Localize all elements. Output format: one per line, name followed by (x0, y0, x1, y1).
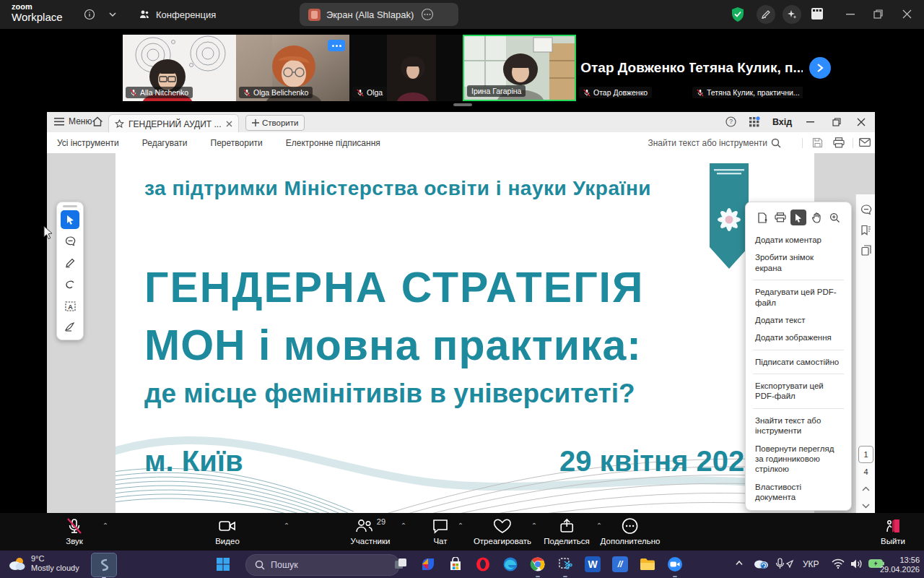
select-tool-icon[interactable] (790, 210, 806, 225)
document-tab[interactable]: ГЕНДЕРНИЙ АУДИТ ... (108, 114, 239, 133)
save-icon[interactable] (812, 137, 823, 148)
tab-options-icon[interactable] (421, 8, 434, 21)
blue-slash-app-icon[interactable]: // (609, 553, 631, 575)
opera-app-icon[interactable] (472, 553, 494, 575)
menu-esign[interactable]: Електронне підписання (286, 138, 380, 148)
ai-companion-icon[interactable] (783, 5, 801, 24)
chat-control[interactable]: Чат (432, 517, 449, 545)
print-icon[interactable] (772, 210, 788, 225)
zoom-in-icon[interactable] (827, 210, 842, 225)
task-view-button[interactable] (390, 553, 411, 575)
edge-app-icon[interactable] (500, 553, 521, 575)
acrobat-menu-button[interactable]: Меню (54, 116, 92, 126)
home-icon[interactable] (92, 116, 103, 127)
chrome-app-icon[interactable] (527, 553, 549, 575)
close-tab-icon[interactable] (226, 121, 232, 127)
microsoft-store-icon[interactable] (445, 553, 466, 575)
video-options-chevron[interactable]: ⌃ (284, 522, 289, 530)
comments-panel-icon[interactable] (856, 204, 875, 215)
chevron-down-icon[interactable] (108, 12, 117, 17)
context-menu-item[interactable]: Додати коментар (746, 231, 851, 249)
volume-tray-icon[interactable] (850, 558, 863, 569)
active-app-button[interactable] (91, 553, 117, 577)
video-tile-olga-belichenko[interactable]: Olga Belichenko (236, 35, 349, 101)
apps-grid-icon[interactable] (749, 116, 760, 128)
video-tile-alla-nitchenko[interactable]: Alla Nitchenko (123, 35, 236, 101)
audio-control[interactable]: Звук (66, 517, 83, 545)
security-shield-icon[interactable] (731, 7, 745, 22)
previous-page-icon[interactable] (856, 486, 875, 491)
taskbar-search[interactable]: Пошук (245, 554, 400, 576)
fill-sign-tool-button[interactable] (61, 317, 79, 336)
export-page-icon[interactable] (754, 210, 770, 225)
weather-widget[interactable]: 9°C Mostly cloudy (7, 554, 79, 573)
find-tools-search[interactable]: Знайти текст або інструменти (648, 132, 781, 153)
apps-icon[interactable] (810, 7, 824, 21)
context-menu-item[interactable]: Додати зображення (746, 329, 851, 346)
menu-convert[interactable]: Перетворити (211, 138, 263, 148)
context-menu-item[interactable]: Редагувати цей PDF-файл (746, 283, 851, 311)
video-tile-iryna-gagarina[interactable]: Ірина Гагаріна (463, 35, 576, 101)
text-box-tool-button[interactable]: A (61, 297, 79, 316)
bookmarks-panel-icon[interactable] (856, 225, 875, 236)
audio-options-chevron[interactable]: ⌃ (103, 522, 108, 530)
menu-edit[interactable]: Редагувати (142, 138, 188, 148)
restore-window-icon[interactable] (873, 9, 883, 19)
more-control[interactable]: Дополнительно (601, 517, 661, 545)
menu-all-tools[interactable]: Усі інструменти (57, 138, 119, 148)
context-menu-item[interactable]: Додати текст (746, 311, 851, 329)
close-window-icon[interactable] (902, 9, 912, 19)
acrobat-restore-icon[interactable] (832, 118, 841, 126)
sign-in-button[interactable]: Вхід (772, 117, 792, 127)
wifi-tray-icon[interactable] (832, 558, 845, 569)
zoom-app-icon[interactable] (664, 553, 686, 575)
mic-location-tray-icons[interactable] (775, 558, 794, 571)
video-tile-tetyana-kulyk[interactable]: Тетяна Кулик, п... Тетяна Кулик, практич… (689, 35, 803, 101)
context-menu-item[interactable]: Знайти текст або інструменти (746, 412, 851, 440)
email-icon[interactable] (859, 138, 871, 147)
leave-control[interactable]: Выйти (881, 517, 905, 545)
next-participants-button[interactable] (809, 57, 831, 79)
video-control[interactable]: Видео (215, 517, 240, 545)
strip-resize-handle[interactable] (453, 103, 472, 106)
video-tile-otar-dovzhenko[interactable]: Отар Довженко Отар Довженко (576, 35, 689, 101)
snipping-tool-icon[interactable] (554, 553, 576, 575)
help-icon[interactable]: ? (725, 116, 736, 127)
draw-tool-button[interactable] (61, 275, 79, 294)
onedrive-tray-icon[interactable] (753, 558, 769, 569)
context-menu-item[interactable]: Експортувати цей PDF-файл (746, 377, 851, 405)
tray-expand-chevron[interactable] (735, 560, 744, 566)
comment-tool-button[interactable] (61, 232, 79, 251)
create-button[interactable]: Створити (245, 115, 305, 131)
star-icon[interactable] (115, 119, 124, 129)
chat-options-chevron[interactable]: ⌃ (458, 522, 463, 530)
tile-more-button[interactable] (328, 40, 345, 51)
pages-panel-icon[interactable] (856, 245, 875, 256)
acrobat-close-icon[interactable] (857, 118, 866, 126)
highlight-tool-button[interactable] (61, 254, 79, 272)
word-app-icon[interactable]: W (582, 553, 603, 575)
print-icon[interactable] (833, 137, 845, 148)
share-control[interactable]: Поделиться (544, 517, 590, 545)
context-menu-item[interactable]: Повернути перегляд за годинниковою стріл… (746, 440, 851, 478)
minimize-window-icon[interactable] (846, 13, 855, 15)
context-menu-item[interactable]: Підписати самостійно (746, 353, 851, 371)
info-icon[interactable] (84, 9, 95, 20)
next-page-icon[interactable] (856, 504, 875, 509)
acrobat-minimize-icon[interactable] (806, 121, 814, 123)
current-page-input[interactable]: 1 (858, 446, 873, 463)
annotate-pencil-icon[interactable] (757, 5, 775, 24)
tab-meeting[interactable]: Конференция (130, 3, 225, 26)
react-control[interactable]: Отреагировать (474, 517, 531, 545)
context-menu-item[interactable]: Властивості документа (746, 478, 851, 506)
select-tool-button[interactable] (61, 210, 79, 229)
video-tile-olga[interactable]: Olga (349, 35, 463, 101)
clock-widget[interactable]: 13:56 29.04.2026 (880, 556, 920, 574)
language-indicator[interactable]: УКР (803, 559, 819, 569)
participants-control[interactable]: 29 Участники (351, 517, 391, 545)
participants-options-chevron[interactable]: ⌃ (401, 522, 406, 530)
panel-drag-handle[interactable] (63, 205, 77, 207)
context-menu-item[interactable]: Зробити знімок екрана (746, 249, 851, 277)
copilot-app-icon[interactable] (417, 553, 439, 575)
react-options-chevron[interactable]: ⌃ (531, 522, 537, 530)
